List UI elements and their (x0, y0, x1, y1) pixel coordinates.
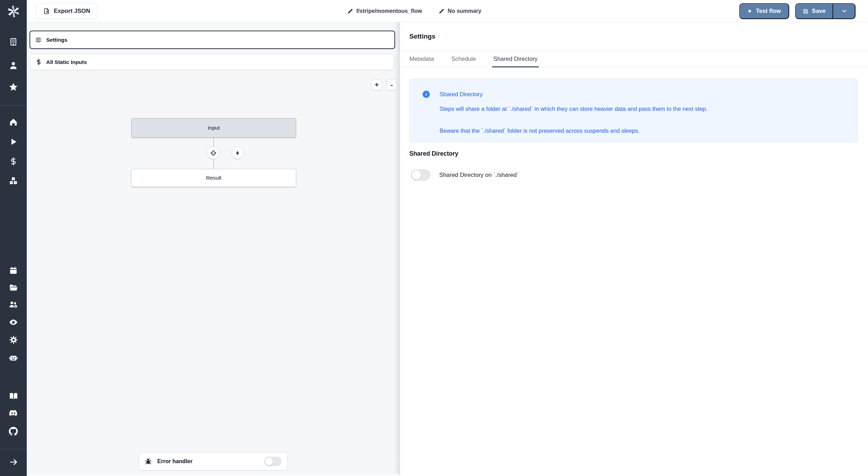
tab-schedule[interactable]: Schedule (451, 51, 476, 67)
sidebar-divider (0, 105, 27, 106)
all-static-inputs-label: All Static Inputs (46, 59, 87, 65)
sidebar (0, 0, 27, 476)
book-open-icon[interactable] (0, 388, 27, 404)
topbar-center: f/stripe/momentous_flow No summary (347, 0, 481, 22)
windmill-logo[interactable] (0, 4, 27, 19)
sidebar-divider (0, 449, 27, 449)
result-node[interactable]: Result (131, 169, 296, 187)
save-dropdown-button[interactable] (833, 3, 856, 19)
test-flow-label: Test flow (756, 8, 781, 15)
export-json-label: Export JSON (54, 8, 90, 15)
tab-shared-directory[interactable]: Shared Directory (493, 51, 538, 67)
robot-icon[interactable] (0, 350, 27, 365)
input-node[interactable]: Input (131, 118, 296, 138)
flow-summary-edit[interactable]: No summary (439, 8, 481, 14)
folder-open-icon[interactable] (0, 280, 27, 295)
flow-settings-label: Settings (46, 37, 67, 43)
toggle-thumb (412, 170, 421, 180)
play-icon[interactable] (0, 134, 27, 149)
dollar-icon[interactable] (0, 154, 27, 169)
info-box-title: Shared Directory (440, 91, 483, 98)
tab-metadata[interactable]: Metadata (409, 51, 434, 67)
zoom-in-button[interactable]: + (371, 79, 382, 90)
topbar: Export JSON f/stripe/momentous_flow No s… (27, 0, 868, 22)
save-button-group: Save (795, 3, 856, 19)
flow-path-label: f/stripe/momentous_flow (356, 8, 422, 14)
export-json-button[interactable]: Export JSON (36, 3, 98, 19)
info-icon: i (423, 91, 430, 98)
shared-directory-toggle[interactable] (411, 169, 431, 181)
test-flow-button[interactable]: Test flow (739, 3, 789, 19)
bug-icon (144, 458, 152, 465)
star-icon[interactable] (0, 79, 27, 95)
settings-panel-title: Settings (409, 33, 435, 40)
shared-directory-toggle-row: Shared Directory on `./shared` (411, 169, 519, 181)
home-icon[interactable] (0, 114, 27, 130)
play-icon (748, 9, 752, 14)
error-handler-label: Error handler (157, 458, 192, 465)
save-button[interactable]: Save (795, 3, 833, 19)
add-step-button[interactable] (207, 147, 219, 159)
flow-settings-module[interactable]: Settings (30, 31, 395, 49)
boxes-icon[interactable] (0, 173, 27, 188)
flow-summary-label: No summary (448, 8, 481, 14)
building-icon[interactable] (0, 34, 27, 49)
flow-editor-panel: Settings All Static Inputs + - Input Res… (27, 22, 400, 476)
save-icon (803, 8, 809, 14)
all-static-inputs-module[interactable]: All Static Inputs (30, 54, 394, 70)
toggle-thumb (265, 458, 273, 465)
error-handler-toggle[interactable] (264, 457, 282, 466)
info-box-line1: Steps will share a folder at `./shared` … (440, 106, 707, 112)
github-icon[interactable] (0, 424, 27, 439)
chevron-down-icon (841, 8, 848, 14)
eye-icon[interactable] (0, 314, 27, 330)
save-label: Save (812, 8, 826, 15)
shared-directory-info-box: i Shared Directory Steps will share a fo… (409, 79, 858, 142)
settings-tabs: Metadata Schedule Shared Directory (400, 51, 868, 67)
dollar-icon (35, 59, 42, 65)
panel-edge-shadow (394, 22, 400, 476)
info-box-line2: Beware that the `./shared` folder is not… (440, 128, 640, 134)
topbar-actions: Test flow Save (739, 3, 856, 19)
user-group-gear-icon[interactable] (0, 297, 27, 312)
discord-icon[interactable] (0, 405, 27, 420)
error-handler-module[interactable]: Error handler (139, 452, 287, 470)
calendar-icon[interactable] (0, 263, 27, 278)
arrow-right-icon[interactable] (0, 454, 27, 470)
flow-path-edit[interactable]: f/stripe/momentous_flow (347, 8, 422, 14)
shared-directory-toggle-label: Shared Directory on `./shared` (439, 172, 519, 179)
user-icon[interactable] (0, 58, 27, 73)
canvas-bottom-strip (27, 474, 400, 476)
gear-icon[interactable] (0, 332, 27, 347)
shared-directory-section-title: Shared Directory (409, 150, 458, 157)
pencil-icon (439, 8, 444, 14)
zoom-out-button[interactable]: - (386, 79, 397, 90)
file-export-icon (43, 8, 50, 15)
pencil-icon (347, 8, 353, 14)
settings-panel-header: Settings (400, 22, 868, 51)
sliders-icon (35, 36, 42, 43)
settings-panel: Settings Metadata Schedule Shared Direct… (400, 22, 868, 476)
trigger-button[interactable] (231, 147, 244, 159)
